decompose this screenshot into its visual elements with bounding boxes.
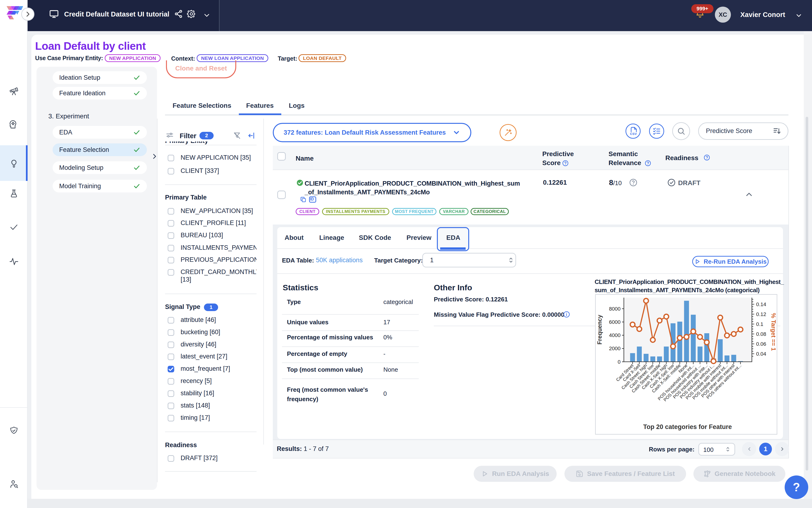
svg-text:0: 0 [618,359,621,365]
svg-text:0.14: 0.14 [756,301,766,307]
svg-text:0.12: 0.12 [756,311,766,317]
svg-text:0.08: 0.08 [756,331,766,337]
svg-text:0.04: 0.04 [756,351,766,357]
svg-text:Frequency: Frequency [596,314,603,345]
svg-text:4000: 4000 [609,332,621,338]
svg-text:2000: 2000 [609,345,621,351]
svg-text:8000: 8000 [609,306,621,312]
svg-text:0.1: 0.1 [756,321,763,327]
svg-text:Top 20 categories for Feature: Top 20 categories for Feature [643,423,732,430]
svg-text:0.06: 0.06 [756,341,766,347]
svg-text:% Target == 1: % Target == 1 [770,313,777,351]
svg-text:6000: 6000 [609,319,621,325]
